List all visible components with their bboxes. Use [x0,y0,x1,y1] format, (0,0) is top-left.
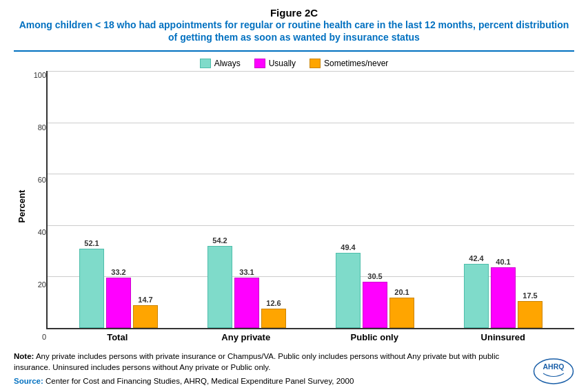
bar-wrapper: 30.5 [363,272,387,328]
legend-item: Sometimes/never [310,59,388,68]
bar [106,278,131,328]
source-text: Center for Cost and Financing Studies, A… [45,377,354,385]
bar [79,249,104,328]
bar [464,264,489,328]
note-text: Any private includes persons with privat… [14,352,499,371]
bar-value-label: 30.5 [367,272,382,280]
bar [261,309,286,328]
bar-group: 49.430.520.1 [336,243,414,328]
bar-group: 54.233.112.6 [207,236,286,328]
x-axis-label: Any private [182,332,311,342]
legend-label: Usually [269,59,296,68]
source-label: Source: [14,377,43,385]
bar [518,301,543,328]
bar-groups-container: 52.133.214.754.233.112.649.430.520.142.4… [54,71,567,327]
x-axis-label: Uninsured [439,332,568,342]
chart-legend: AlwaysUsuallySometimes/never [14,59,574,68]
bar [133,305,158,327]
bar-wrapper: 14.7 [133,296,158,327]
bar-value-label: 14.7 [138,296,152,304]
legend-item: Usually [254,59,296,68]
source-section: Source: Center for Cost and Financing St… [14,377,533,385]
y-tick-label: 100 [34,71,46,79]
note-label: Note: [14,352,34,360]
bar-value-label: 33.2 [111,268,125,276]
bar-wrapper: 42.4 [464,254,489,328]
legend-label: Sometimes/never [324,59,388,68]
title-divider [14,50,574,52]
bar-value-label: 54.2 [212,236,227,245]
bar-group: 42.440.117.5 [464,254,543,328]
bar-wrapper: 40.1 [491,258,516,328]
legend-color-box [310,59,321,68]
bar-wrapper: 12.6 [261,299,286,328]
y-ticks: 100806040200 [27,71,46,342]
bar [234,278,259,328]
ahrq-logo: AHRQ [533,358,574,385]
logo-area: AHRQ [533,358,574,385]
y-tick-label: 80 [38,123,46,132]
legend-color-box [200,59,211,68]
bar-wrapper: 20.1 [389,288,414,328]
bar [491,267,516,328]
bar-wrapper: 33.1 [234,268,259,328]
x-axis-label: Public only [310,332,439,342]
figure-title: Figure 2C [14,7,574,19]
bar-wrapper: 54.2 [207,236,232,328]
bar-group: 52.133.214.7 [79,239,158,328]
legend-label: Always [214,59,241,68]
bar [389,298,414,328]
y-tick-label: 60 [38,176,46,184]
bar-wrapper: 33.2 [106,268,131,328]
figure-subtitle: Among children < 18 who had appointments… [14,19,574,43]
title-section: Figure 2C Among children < 18 who had ap… [14,7,574,43]
chart-plot: 52.133.214.754.233.112.649.430.520.142.4… [46,71,574,329]
bar-wrapper: 17.5 [518,291,543,328]
svg-text:AHRQ: AHRQ [543,362,565,371]
bar-value-label: 33.1 [239,268,254,276]
legend-color-box [254,59,265,68]
bar [336,253,361,328]
bar-value-label: 49.4 [341,243,355,251]
bar-value-label: 42.4 [469,254,483,262]
y-axis-label: Percent [14,71,27,342]
y-tick-label: 20 [38,280,46,289]
bar [207,246,232,328]
bar [363,282,387,328]
chart-area: Percent 100806040200 52.133.214.754.233.… [14,71,574,342]
bar-value-label: 52.1 [84,239,99,247]
bar-wrapper: 49.4 [336,243,361,328]
note-section: Note: Any private includes persons with … [14,351,533,373]
bar-value-label: 17.5 [523,291,537,300]
legend-item: Always [200,59,241,68]
main-container: Figure 2C Among children < 18 who had ap… [0,0,588,392]
y-tick-label: 40 [38,228,46,236]
bar-wrapper: 52.1 [79,239,104,328]
x-axis-label: Total [53,332,182,342]
bar-value-label: 40.1 [496,258,510,266]
x-labels: TotalAny privatePublic onlyUninsured [46,329,574,342]
bar-value-label: 12.6 [266,299,281,307]
bar-value-label: 20.1 [394,288,409,296]
